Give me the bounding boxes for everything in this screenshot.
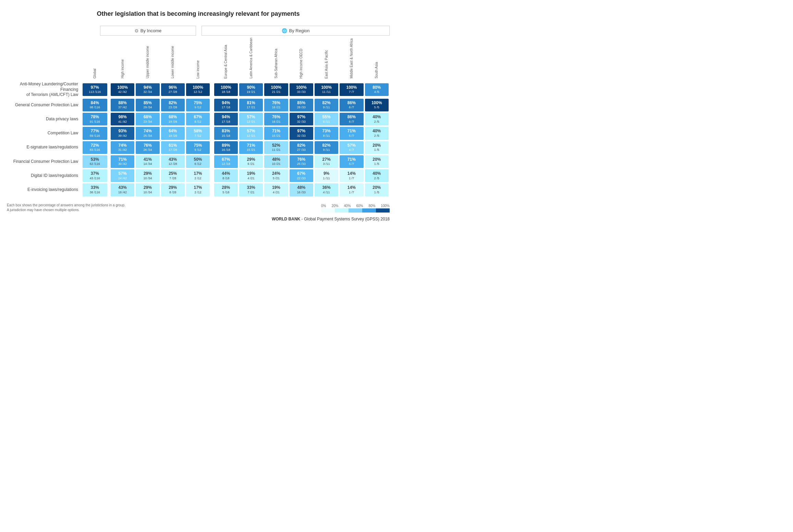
- table-row: E-invoicing laws/regulations33%38 /11643…: [8, 183, 389, 196]
- group-headers: ⊙ By Income 🌐 By Region: [75, 26, 390, 36]
- data-cell: 20%1 /5: [365, 141, 389, 154]
- data-cell: 57%24 /42: [110, 169, 135, 182]
- footer-area: Each box shows the percentage of answers…: [7, 203, 390, 213]
- chart-title: Other legislation that is becoming incre…: [7, 10, 390, 17]
- header-row: Global High income Upper middle income L…: [8, 38, 389, 81]
- row-label: Digital ID laws/regulations: [8, 169, 82, 182]
- data-cell: 52%11 /21: [264, 141, 288, 154]
- data-cell: 100%11 /11: [314, 82, 339, 98]
- income-icon: ⊙: [135, 28, 138, 33]
- data-cell: 82%27 /33: [289, 141, 314, 154]
- spacer-cell: [211, 169, 213, 182]
- data-cell: 76%26 /34: [135, 141, 160, 154]
- data-cell: 71%15 /21: [239, 141, 263, 154]
- scale-labels: 0% 20% 40% 60% 80% 100%: [321, 204, 390, 208]
- data-cell: 83%15 /18: [214, 126, 238, 140]
- row-label: General Consumer Protection Law: [8, 98, 82, 112]
- data-cell: 71%30 /42: [110, 155, 135, 168]
- data-cell: 57%12 /21: [239, 112, 263, 126]
- data-cell: 25%7 /28: [161, 169, 185, 182]
- data-cell: 58%7 /12: [186, 126, 210, 140]
- table-row: E-signature laws/regulations72%83 /11674…: [8, 141, 389, 154]
- scale-bar: [321, 208, 390, 213]
- data-cell: 97%32 /33: [289, 112, 314, 126]
- data-cell: 100%7 /7: [339, 82, 364, 98]
- data-cell: 76%16 /21: [264, 98, 288, 112]
- data-cell: 17%2 /12: [186, 183, 210, 196]
- region-header-6: South Asia: [365, 38, 389, 81]
- data-cell: 44%8 /18: [214, 169, 238, 182]
- region-header-2: Sub-Saharan Africa: [264, 38, 288, 81]
- data-cell: 97%32 /33: [289, 126, 314, 140]
- data-cell: 33%38 /116: [82, 183, 107, 196]
- data-cell: 40%2 /5: [365, 112, 389, 126]
- data-cell: 74%31 /42: [110, 141, 135, 154]
- data-cell: 33%7 /21: [239, 183, 263, 196]
- data-cell: 29%10 /34: [135, 183, 160, 196]
- income-header-0: High income: [110, 38, 135, 81]
- row-label: Anti-Money Laundering/Counter Financingo…: [8, 82, 82, 98]
- global-header: Global: [82, 38, 107, 81]
- spacer-cell: [108, 98, 110, 112]
- data-cell: 24%5 /21: [264, 169, 288, 182]
- region-header-1: Latin America & Caribbean: [239, 38, 263, 81]
- data-cell: 76%25 /33: [289, 155, 314, 168]
- table-row: Financial Consumer Protection Law53%62 /…: [8, 155, 389, 168]
- data-cell: 77%89 /116: [82, 126, 107, 140]
- data-cell: 40%2 /5: [365, 169, 389, 182]
- spacer-cell: [108, 155, 110, 168]
- data-cell: 75%9 /12: [186, 141, 210, 154]
- data-table: Global High income Upper middle income L…: [7, 37, 390, 197]
- data-cell: 71%5 /7: [339, 155, 364, 168]
- region-header-5: Middle East & North Africa: [339, 38, 364, 81]
- data-cell: 71%15 /21: [264, 126, 288, 140]
- row-label: E-invoicing laws/regulations: [8, 183, 82, 196]
- data-cell: 81%17 /21: [239, 98, 263, 112]
- region-header-0: Europe & Central Asia: [214, 38, 238, 81]
- data-cell: 88%37 /42: [110, 98, 135, 112]
- income-header-2: Lower middle income: [161, 38, 185, 81]
- data-cell: 94%17 /18: [214, 112, 238, 126]
- data-cell: 29%8 /28: [161, 183, 185, 196]
- income-header-3: Low income: [186, 38, 210, 81]
- row-label: Data privacy laws: [8, 112, 82, 126]
- data-cell: 40%2 /5: [365, 126, 389, 140]
- data-cell: 43%18 /42: [110, 183, 135, 196]
- data-cell: 57%12 /21: [239, 126, 263, 140]
- footer-bottom: WORLD BANK - Global Payment Systems Surv…: [7, 217, 390, 221]
- data-cell: 28%5 /18: [214, 183, 238, 196]
- spacer-cell: [108, 169, 110, 182]
- data-cell: 90%19 /21: [239, 82, 263, 98]
- income-group-header: ⊙ By Income: [100, 26, 196, 36]
- spacer-cell: [211, 126, 213, 140]
- data-cell: 17%2 /12: [186, 169, 210, 182]
- spacer-cell: [211, 98, 213, 112]
- spacer-cell: [108, 183, 110, 196]
- spacer-cell: [211, 112, 213, 126]
- data-cell: 20%1 /5: [365, 183, 389, 196]
- data-cell: 67%22 /33: [289, 169, 314, 182]
- region-group-header: 🌐 By Region: [202, 26, 390, 36]
- table-row: Digital ID laws/regulations37%43 /11657%…: [8, 169, 389, 182]
- data-cell: 37%43 /116: [82, 169, 107, 182]
- table-row: Data privacy laws78%91 /11698%41 /4268%2…: [8, 112, 389, 126]
- data-cell: 94%32 /34: [135, 82, 160, 98]
- data-cell: 36%4 /11: [314, 183, 339, 196]
- spacer-cell: [108, 82, 110, 98]
- data-cell: 100%18 /18: [214, 82, 238, 98]
- data-cell: 67%8 /12: [186, 112, 210, 126]
- data-cell: 27%3 /11: [314, 155, 339, 168]
- data-cell: 14%1 /7: [339, 169, 364, 182]
- data-cell: 48%10 /21: [264, 155, 288, 168]
- data-cell: 89%16 /18: [214, 141, 238, 154]
- row-label: Financial Consumer Protection Law: [8, 155, 82, 168]
- data-cell: 71%5 /7: [339, 126, 364, 140]
- row-label: E-signature laws/regulations: [8, 141, 82, 154]
- row-label: Competition Law: [8, 126, 82, 140]
- data-cell: 97%113 /116: [82, 82, 107, 98]
- spacer-cell: [211, 155, 213, 168]
- region-header-3: High income OECD: [289, 38, 314, 81]
- spacer-cell: [108, 112, 110, 126]
- data-cell: 86%6 /7: [339, 98, 364, 112]
- data-cell: 48%16 /33: [289, 183, 314, 196]
